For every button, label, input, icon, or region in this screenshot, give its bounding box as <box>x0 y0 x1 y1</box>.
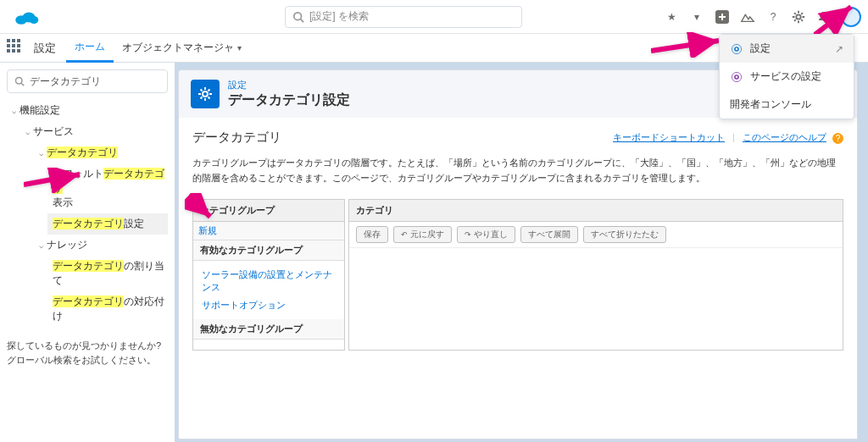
user-avatar[interactable] <box>841 7 861 27</box>
tab-home[interactable]: ホーム <box>66 34 114 63</box>
search-icon <box>292 11 304 23</box>
svg-line-12 <box>21 83 24 86</box>
help-badge-icon[interactable]: ? <box>832 133 843 144</box>
tree-service[interactable]: ⌵サービス <box>20 121 168 142</box>
gear-menu-setup[interactable]: 設定 ↗ <box>720 35 854 63</box>
redo-button[interactable]: ↷やり直し <box>457 226 515 243</box>
svg-point-13 <box>203 91 208 97</box>
inactive-groups-header: 無効なカテゴリグループ <box>193 319 344 340</box>
save-button[interactable]: 保存 <box>356 226 388 243</box>
setup-sidebar: データカテゴリ ⌵機能設定 ⌵サービス ⌵データカテゴリ デフォルトデータカテゴ… <box>0 63 175 442</box>
categories-toolbar: 保存 ↶元に戻す ↷やり直し すべて展開 すべて折りたたむ <box>349 222 843 248</box>
notifications-bell-icon[interactable] <box>815 8 832 25</box>
chevron-down-icon: ▾ <box>237 43 242 52</box>
app-launcher-icon[interactable] <box>7 39 25 58</box>
svg-line-4 <box>301 19 304 22</box>
category-group-item[interactable]: サポートオプション <box>202 296 336 314</box>
favorites-star-icon[interactable]: ★ <box>663 8 680 25</box>
page-header-gear-icon <box>191 80 220 108</box>
main-area: 設定 データカテゴリ設定 データカテゴリ キーボードショートカット | このペー… <box>175 63 868 442</box>
svg-point-3 <box>294 12 302 19</box>
svg-point-2 <box>30 16 39 24</box>
svg-point-11 <box>16 78 23 85</box>
svg-point-8 <box>732 44 741 53</box>
undo-button[interactable]: ↶元に戻す <box>393 226 452 243</box>
section-title: データカテゴリ <box>192 130 281 146</box>
sidebar-hint: 探しているものが見つかりませんか? グローバル検索をお試しください。 <box>7 339 168 367</box>
global-search-input[interactable]: [設定] を検索 <box>285 6 522 28</box>
keyboard-shortcuts-link[interactable]: キーボードショートカット <box>613 132 725 142</box>
salesforce-logo <box>14 8 39 25</box>
gear-menu-dev-console[interactable]: 開発者コンソール <box>720 91 854 119</box>
external-link-icon: ↗ <box>835 43 843 55</box>
global-header: [設定] を検索 ★ ▾ ? <box>0 0 868 34</box>
collapse-all-button[interactable]: すべて折りたたむ <box>583 226 666 243</box>
tree-default-dc-view[interactable]: デフォルトデータカテゴリ表示 <box>47 163 168 213</box>
tree-dc-settings[interactable]: データカテゴリ設定 <box>47 213 168 235</box>
tree-knowledge[interactable]: ⌵ナレッジ <box>34 235 168 256</box>
page-title: データカテゴリ設定 <box>228 91 350 109</box>
tree-feature-settings[interactable]: ⌵機能設定 <box>7 100 168 121</box>
tree-data-category[interactable]: ⌵データカテゴリ <box>34 142 168 163</box>
new-group-button[interactable]: 新規 <box>193 222 344 240</box>
gear-icon <box>730 42 743 56</box>
groups-panel-header: カテゴリグループ <box>193 200 344 222</box>
sidebar-search-value: データカテゴリ <box>30 75 101 89</box>
category-group-item[interactable]: ソーラー設備の設置とメンテナンス <box>202 266 336 296</box>
redo-icon: ↷ <box>465 230 471 239</box>
search-icon <box>14 76 25 86</box>
gear-icon <box>730 70 743 84</box>
tab-object-manager[interactable]: オブジェクトマネージャ ▾ <box>114 34 250 63</box>
svg-point-6 <box>796 14 800 19</box>
categories-panel-header: カテゴリ <box>349 200 843 222</box>
help-icon[interactable]: ? <box>765 8 782 25</box>
categories-panel: カテゴリ 保存 ↶元に戻す ↷やり直し すべて展開 すべて折りたたむ <box>348 199 843 351</box>
global-add-icon[interactable] <box>714 8 731 25</box>
active-groups-header: 有効なカテゴリグループ <box>193 240 344 261</box>
content-card: データカテゴリ キーボードショートカット | このページのヘルプ ? カテゴリグ… <box>178 118 858 439</box>
svg-point-9 <box>735 75 738 78</box>
svg-point-7 <box>735 47 738 50</box>
search-placeholder: [設定] を検索 <box>309 9 369 24</box>
gear-menu-service-setup[interactable]: サービスの設定 <box>720 63 854 91</box>
favorites-dropdown-icon[interactable]: ▾ <box>688 8 705 25</box>
sidebar-search-input[interactable]: データカテゴリ <box>7 69 168 93</box>
undo-icon: ↶ <box>401 230 408 239</box>
tree-dc-mapping[interactable]: データカテゴリの対応付け <box>47 291 168 327</box>
page-eyebrow: 設定 <box>228 79 350 91</box>
context-title: 設定 <box>34 41 56 56</box>
expand-all-button[interactable]: すべて展開 <box>520 226 578 243</box>
page-help-link[interactable]: このページのヘルプ <box>743 132 826 142</box>
tree-dc-assignment[interactable]: データカテゴリの割り当て <box>47 256 168 291</box>
setup-gear-menu: 設定 ↗ サービスの設定 開発者コンソール <box>719 34 854 119</box>
page-description: カテゴリグループはデータカテゴリの階層です。たとえば、「場所」という名前のカテゴ… <box>192 156 843 185</box>
setup-gear-icon[interactable] <box>790 8 807 25</box>
category-groups-panel: カテゴリグループ 新規 有効なカテゴリグループ ソーラー設備の設置とメンテナンス… <box>192 199 345 351</box>
svg-point-10 <box>732 72 741 81</box>
trailhead-icon[interactable] <box>739 8 756 25</box>
